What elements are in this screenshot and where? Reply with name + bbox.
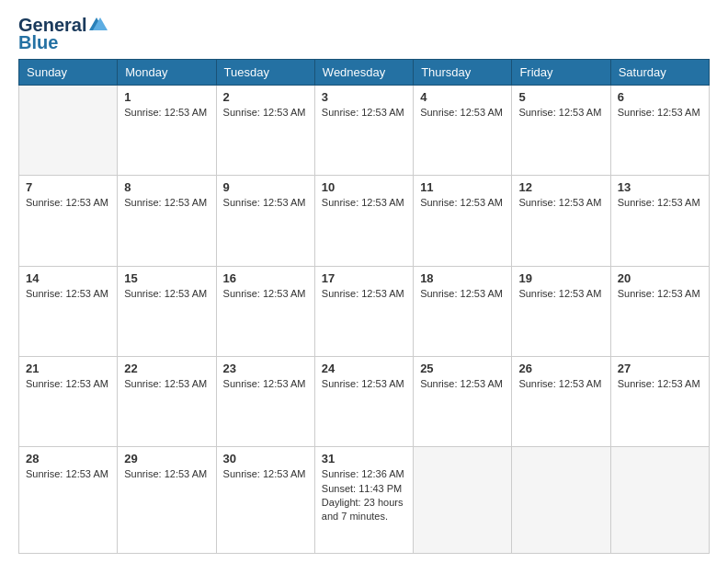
calendar-cell: 12Sunrise: 12:53 AM (512, 176, 610, 266)
day-number: 28 (26, 452, 110, 465)
sunrise-info: Sunrise: 12:53 AM (223, 377, 308, 391)
calendar-cell (512, 447, 610, 554)
day-number: 12 (518, 180, 603, 194)
day-number: 6 (618, 90, 702, 104)
day-number: 17 (322, 271, 406, 285)
sunrise-info: Sunrise: 12:53 AM (322, 196, 406, 210)
calendar-cell: 26Sunrise: 12:53 AM (512, 356, 610, 446)
week-row-1: 1Sunrise: 12:53 AM2Sunrise: 12:53 AM3Sun… (19, 86, 710, 176)
sunrise-info: Sunrise: 12:53 AM (618, 287, 702, 301)
week-row-5: 28Sunrise: 12:53 AM29Sunrise: 12:53 AM30… (19, 447, 710, 554)
sunrise-info: Sunrise: 12:53 AM (322, 106, 406, 120)
calendar-cell (610, 447, 709, 554)
calendar-header-row: Sunday Monday Tuesday Wednesday Thursday… (19, 60, 710, 86)
calendar-cell: 11Sunrise: 12:53 AM (414, 176, 512, 266)
calendar-cell: 22Sunrise: 12:53 AM (118, 356, 216, 446)
calendar-cell: 20Sunrise: 12:53 AM (610, 266, 709, 356)
day-number: 19 (518, 271, 603, 285)
col-wednesday: Wednesday (314, 60, 413, 86)
day-number: 30 (223, 452, 308, 465)
calendar-cell: 13Sunrise: 12:53 AM (610, 176, 709, 266)
day-number: 11 (420, 180, 505, 194)
sunrise-info: Sunrise: 12:53 AM (124, 196, 209, 210)
calendar-cell: 14Sunrise: 12:53 AM (19, 266, 118, 356)
day-number: 15 (124, 271, 209, 285)
day-number: 10 (322, 180, 406, 194)
logo: General Blue (18, 15, 109, 53)
day-number: 16 (223, 271, 308, 285)
week-row-3: 14Sunrise: 12:53 AM15Sunrise: 12:53 AM16… (19, 266, 710, 356)
sunrise-info: Sunrise: 12:53 AM (518, 377, 603, 391)
sunrise-info: Sunrise: 12:53 AM (518, 196, 603, 210)
calendar-cell: 24Sunrise: 12:53 AM (314, 356, 413, 446)
calendar-cell: 28Sunrise: 12:53 AM (19, 447, 118, 554)
day-number: 13 (618, 180, 702, 194)
sunrise-info: Sunrise: 12:53 AM (618, 196, 702, 210)
sunrise-info: Sunrise: 12:53 AM (124, 287, 209, 301)
sunrise-info: Sunrise: 12:53 AM (420, 287, 505, 301)
calendar-cell: 6Sunrise: 12:53 AM (610, 86, 709, 176)
calendar-cell: 2Sunrise: 12:53 AM (216, 86, 314, 176)
logo-icon (89, 14, 109, 34)
calendar-cell: 10Sunrise: 12:53 AM (314, 176, 413, 266)
col-friday: Friday (512, 60, 610, 86)
calendar-cell: 7Sunrise: 12:53 AM (19, 176, 118, 266)
sunrise-info: Sunrise: 12:53 AM (420, 377, 505, 391)
day-number: 9 (223, 180, 308, 194)
calendar-cell: 30Sunrise: 12:53 AM (216, 447, 314, 554)
sunrise-info: Sunrise: 12:53 AM (322, 377, 406, 391)
sunrise-info: Sunrise: 12:53 AM (420, 196, 505, 210)
sunrise-info: Sunrise: 12:53 AM (223, 196, 308, 210)
day-number: 2 (223, 90, 308, 104)
calendar-cell (414, 447, 512, 554)
day-number: 22 (124, 362, 209, 375)
calendar-table: Sunday Monday Tuesday Wednesday Thursday… (18, 59, 710, 554)
day-number: 24 (322, 362, 406, 375)
day-number: 29 (124, 452, 209, 465)
sunrise-info: Sunrise: 12:53 AM (124, 377, 209, 391)
sunrise-info: Sunrise: 12:53 AM (26, 196, 110, 210)
day-number: 20 (618, 271, 702, 285)
sunrise-info: Sunrise: 12:53 AM (223, 106, 308, 120)
day-number: 14 (26, 271, 110, 285)
calendar-cell: 29Sunrise: 12:53 AM (118, 447, 216, 554)
calendar-cell: 15Sunrise: 12:53 AM (118, 266, 216, 356)
day-number: 25 (420, 362, 505, 375)
logo-blue: Blue (18, 32, 58, 53)
day-number: 3 (322, 90, 406, 104)
week-row-4: 21Sunrise: 12:53 AM22Sunrise: 12:53 AM23… (19, 356, 710, 446)
calendar-cell: 27Sunrise: 12:53 AM (610, 356, 709, 446)
day-number: 23 (223, 362, 308, 375)
day-number: 4 (420, 90, 505, 104)
sunrise-info: Sunrise: 12:53 AM (518, 287, 603, 301)
sunrise-info: Sunrise: 12:53 AM (124, 106, 209, 120)
sunrise-info: Sunrise: 12:53 AM (223, 467, 308, 481)
calendar-cell: 19Sunrise: 12:53 AM (512, 266, 610, 356)
day-number: 18 (420, 271, 505, 285)
page: General Blue Sunday Monday Tuesday Wedne… (0, 0, 728, 563)
calendar-cell: 17Sunrise: 12:53 AM (314, 266, 413, 356)
sunrise-info: Sunrise: 12:36 AMSunset: 11:43 PMDayligh… (322, 467, 406, 524)
calendar-cell: 8Sunrise: 12:53 AM (118, 176, 216, 266)
calendar-cell: 18Sunrise: 12:53 AM (414, 266, 512, 356)
calendar-cell: 1Sunrise: 12:53 AM (118, 86, 216, 176)
day-number: 21 (26, 362, 110, 375)
calendar-cell: 31Sunrise: 12:36 AMSunset: 11:43 PMDayli… (314, 447, 413, 554)
day-number: 31 (322, 452, 406, 465)
calendar-cell: 4Sunrise: 12:53 AM (414, 86, 512, 176)
day-number: 5 (518, 90, 603, 104)
day-number: 27 (618, 362, 702, 375)
sunrise-info: Sunrise: 12:53 AM (223, 287, 308, 301)
calendar-cell: 21Sunrise: 12:53 AM (19, 356, 118, 446)
sunrise-info: Sunrise: 12:53 AM (26, 287, 110, 301)
calendar-cell: 3Sunrise: 12:53 AM (314, 86, 413, 176)
calendar-cell: 5Sunrise: 12:53 AM (512, 86, 610, 176)
sunrise-info: Sunrise: 12:53 AM (618, 106, 702, 120)
calendar-cell: 25Sunrise: 12:53 AM (414, 356, 512, 446)
calendar-cell: 23Sunrise: 12:53 AM (216, 356, 314, 446)
sunrise-info: Sunrise: 12:53 AM (518, 106, 603, 120)
sunrise-info: Sunrise: 12:53 AM (618, 377, 702, 391)
sunrise-info: Sunrise: 12:53 AM (26, 467, 110, 481)
day-number: 8 (124, 180, 209, 194)
day-number: 1 (124, 90, 209, 104)
